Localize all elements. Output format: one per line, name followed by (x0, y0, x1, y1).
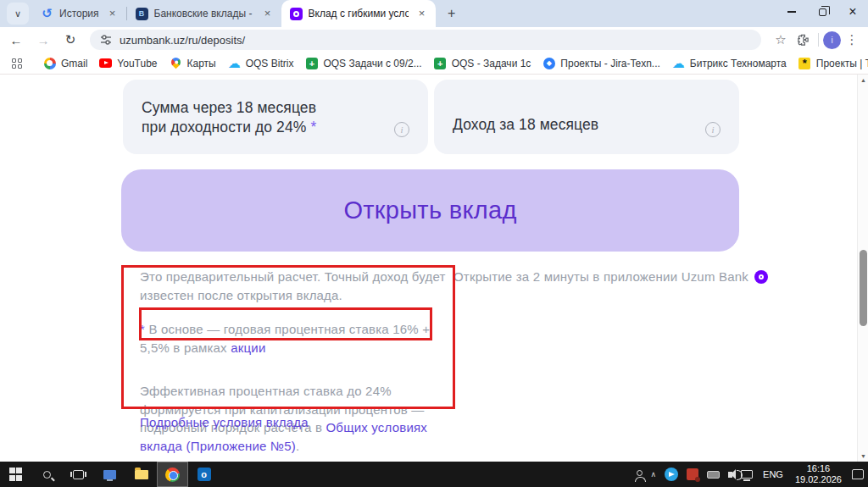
telegram-tray-button[interactable] (660, 462, 682, 487)
tasks-green-icon: + (305, 57, 318, 69)
tab-title: Банковские вклады - Страниц... (154, 8, 254, 19)
bookmarks-bar: Gmail YouTube Карты ☁ OQS Bitrix + OQS З… (0, 53, 868, 75)
notification-icon (852, 469, 864, 479)
history-icon: ↺ (41, 6, 53, 21)
restore-button[interactable] (807, 0, 837, 24)
bookmark-gmail[interactable]: Gmail (37, 54, 93, 73)
person-icon (637, 470, 643, 476)
restore-icon (819, 8, 826, 16)
tab-title: Вклад с гибкими условиями д... (309, 8, 409, 19)
forward-button[interactable]: → (32, 29, 54, 51)
url-text[interactable]: uzumbank.uz/ru/deposits/ (120, 34, 245, 47)
language-indicator[interactable]: ENG (757, 462, 789, 487)
scrollbar-thumb[interactable] (860, 250, 867, 326)
system-tray: ∧ ENG 16:16 19.02.2026 (632, 462, 868, 487)
card-sum-18-months: Сумма через 18 месяцев при доходности до… (123, 80, 428, 154)
bookmark-bitrix-technomart[interactable]: ☁ Битрикс Техномарта (666, 54, 793, 73)
bitrix-cloud-icon: ☁ (672, 57, 685, 69)
card-title: Доход за 18 месяцев (453, 115, 598, 135)
youtube-icon (99, 57, 112, 69)
tab-uzum-deposit-active[interactable]: Вклад с гибкими условиями д... × (281, 0, 436, 27)
tasks-green-icon: + (434, 57, 447, 69)
promo-link[interactable]: акции (231, 340, 265, 355)
windows-taskbar: o ∧ ENG 16:16 19.02.2026 (0, 462, 868, 487)
recorder-tray-button[interactable] (682, 462, 703, 487)
vertical-scrollbar[interactable]: ▲ ▼ (857, 75, 868, 462)
bookmark-oqs-bitrix[interactable]: ☁ OQS Bitrix (222, 54, 300, 73)
date-text: 19.02.2026 (795, 474, 842, 484)
action-center-button[interactable] (848, 462, 868, 487)
tab-strip: ∨ ↺ История × B Банковские вклады - Стра… (0, 0, 868, 27)
tab-bank-deposits[interactable]: B Банковские вклады - Страниц... × (127, 0, 281, 27)
device-icon (707, 471, 720, 479)
network-icon (741, 470, 753, 479)
outlook-taskbar-button[interactable]: o (188, 462, 220, 487)
tab-history[interactable]: ↺ История × (32, 0, 126, 27)
start-button[interactable] (0, 462, 31, 487)
scroll-up-icon[interactable]: ▲ (858, 75, 868, 86)
bookmark-maps[interactable]: Карты (164, 54, 222, 73)
telegram-icon (665, 468, 678, 481)
apps-grid-icon[interactable] (12, 58, 22, 69)
tab-title: История (59, 8, 99, 19)
clock[interactable]: 16:16 19.02.2026 (789, 462, 848, 487)
bookmark-youtube[interactable]: YouTube (93, 54, 163, 73)
card-income-18-months: Доход за 18 месяцев i (434, 80, 739, 154)
bookmark-star-icon[interactable]: ☆ (770, 29, 792, 51)
back-button[interactable]: ← (5, 29, 27, 51)
people-button[interactable] (632, 462, 647, 487)
recorder-icon (687, 468, 698, 480)
volume-button[interactable] (724, 462, 737, 487)
chevron-down-icon: ∨ (14, 8, 21, 19)
address-bar[interactable]: uzumbank.uz/ru/deposits/ (90, 30, 761, 50)
close-tab-icon[interactable]: × (415, 7, 429, 20)
browser-toolbar: ← → ↻ uzumbank.uz/ru/deposits/ ☆ i ⋮ (0, 27, 868, 53)
close-tab-icon[interactable]: × (261, 7, 275, 20)
toolbar-actions: ☆ i ⋮ (770, 29, 863, 51)
info-icon[interactable]: i (705, 122, 721, 137)
this-pc-button[interactable] (94, 462, 125, 487)
device-tray-button[interactable] (703, 462, 724, 487)
footnote-asterisk: * (310, 119, 316, 136)
bookmark-oqs-tasks[interactable]: + OQS Задачи с 09/2... (299, 54, 427, 73)
window-controls: × (776, 0, 868, 24)
toolbar-divider (818, 33, 819, 47)
profile-avatar[interactable]: i (823, 31, 841, 49)
card-title: Сумма через 18 месяцев при доходности до… (142, 98, 316, 137)
chrome-icon (165, 468, 180, 482)
menu-icon[interactable]: ⋮ (841, 29, 863, 51)
search-button[interactable] (31, 462, 63, 487)
site-settings-icon[interactable] (100, 34, 112, 46)
page-content: Сумма через 18 месяцев при доходности до… (0, 75, 857, 462)
chrome-taskbar-button[interactable] (157, 462, 188, 487)
bookmark-tm-wiki[interactable]: * Проекты | TM-WIKI... (793, 54, 868, 73)
computer-icon (103, 470, 116, 479)
extensions-icon[interactable] (792, 29, 814, 51)
jira-icon: ◆ (542, 57, 555, 69)
detailed-terms-link[interactable]: Подробные условия вклада (140, 415, 309, 429)
info-icon[interactable]: i (394, 122, 409, 137)
footnote-text: * В основе — годовая процентная ставка 1… (140, 320, 455, 357)
gmail-icon (43, 57, 56, 69)
file-explorer-button[interactable] (125, 462, 157, 487)
scroll-down-icon[interactable]: ▼ (858, 451, 868, 462)
wiki-icon: * (798, 57, 811, 69)
browser-window: ∨ ↺ История × B Банковские вклады - Стра… (0, 0, 868, 487)
outlook-icon: o (198, 468, 211, 481)
bookmark-jira[interactable]: ◆ Проекты - Jira-Texn... (537, 54, 666, 73)
open-deposit-button[interactable]: Открыть вклад (121, 169, 739, 252)
bookmark-oqs-tasks-1c[interactable]: + OQS - Задачи 1с (428, 54, 537, 73)
close-window-button[interactable]: × (837, 0, 868, 24)
speaker-icon (728, 472, 732, 478)
uzum-bank-icon (754, 270, 768, 284)
reload-button[interactable]: ↻ (59, 29, 81, 51)
close-tab-icon[interactable]: × (106, 7, 120, 20)
bank-favicon: B (136, 8, 148, 20)
uzum-favicon (290, 8, 303, 20)
new-tab-button[interactable]: + (441, 3, 463, 25)
tray-expand-button[interactable]: ∧ (647, 462, 661, 487)
minimize-button[interactable] (776, 0, 807, 24)
tab-search-button[interactable]: ∨ (7, 3, 29, 25)
windows-logo-icon (9, 468, 23, 481)
task-view-button[interactable] (63, 462, 94, 487)
